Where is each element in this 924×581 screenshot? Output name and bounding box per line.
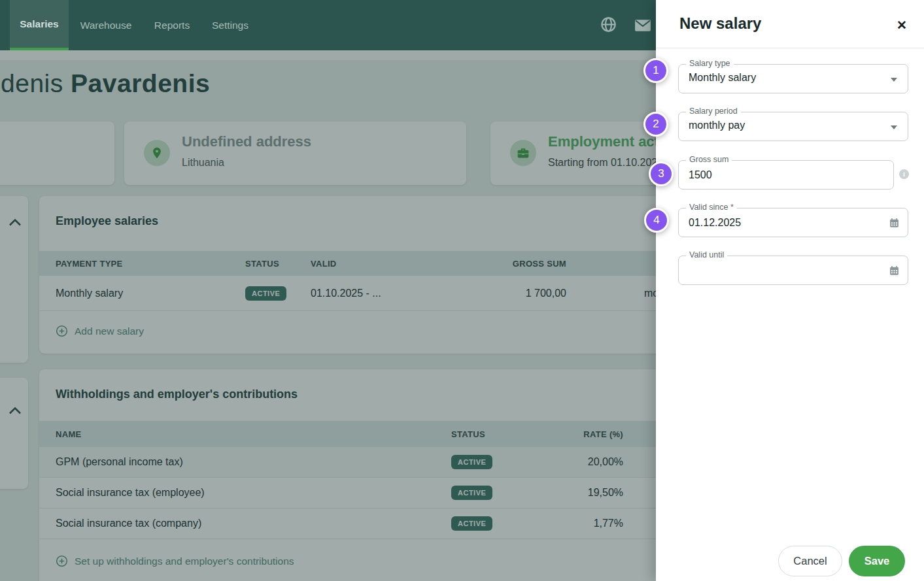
- tab-settings-label: Settings: [212, 20, 248, 31]
- calendar-icon[interactable]: [889, 265, 900, 276]
- top-nav: Salaries Warehouse Reports Settings: [0, 0, 656, 50]
- salary-type-value: Monthly salary: [689, 72, 756, 84]
- salary-period-value: monthly pay: [689, 120, 745, 131]
- mail-icon[interactable]: [633, 16, 653, 35]
- cancel-button[interactable]: Cancel: [778, 546, 842, 576]
- tab-settings[interactable]: Settings: [201, 0, 259, 50]
- globe-icon[interactable]: [598, 14, 618, 34]
- close-icon[interactable]: ✕: [893, 16, 911, 34]
- main-page: Salaries Warehouse Reports Settings deni…: [0, 0, 656, 581]
- gross-sum-field: Gross sum: [678, 160, 894, 190]
- tab-warehouse-label: Warehouse: [80, 20, 132, 31]
- valid-until-input[interactable]: [689, 257, 878, 283]
- salary-type-select[interactable]: Salary type Monthly salary: [678, 64, 908, 93]
- salary-period-select[interactable]: Salary period monthly pay: [678, 112, 908, 141]
- tab-warehouse[interactable]: Warehouse: [70, 0, 142, 50]
- tab-reports-label: Reports: [154, 20, 190, 31]
- calendar-icon[interactable]: [889, 217, 900, 229]
- info-icon[interactable]: i: [899, 169, 909, 179]
- valid-until-field: Valid until: [678, 256, 908, 285]
- chevron-down-icon: [891, 125, 897, 129]
- tab-reports[interactable]: Reports: [145, 0, 199, 50]
- step-badge-3: 3: [649, 161, 674, 186]
- tab-salaries[interactable]: Salaries: [10, 0, 69, 50]
- step-badge-4: 4: [644, 208, 669, 233]
- chevron-down-icon: [891, 78, 897, 82]
- step-badge-2: 2: [643, 112, 668, 137]
- drawer-header: New salary ✕: [656, 0, 924, 48]
- drawer-title: New salary: [679, 14, 761, 33]
- tab-salaries-label: Salaries: [20, 18, 58, 30]
- salary-type-label: Salary type: [686, 59, 734, 68]
- modal-backdrop[interactable]: [0, 50, 656, 581]
- salary-period-label: Salary period: [686, 107, 741, 116]
- gross-sum-input[interactable]: [689, 162, 878, 188]
- save-button[interactable]: Save: [849, 546, 905, 576]
- valid-since-input[interactable]: [689, 210, 878, 235]
- step-badge-1: 1: [643, 58, 668, 83]
- new-salary-drawer: New salary ✕ Salary type Monthly salary …: [656, 0, 924, 581]
- valid-since-field: Valid since *: [678, 208, 908, 237]
